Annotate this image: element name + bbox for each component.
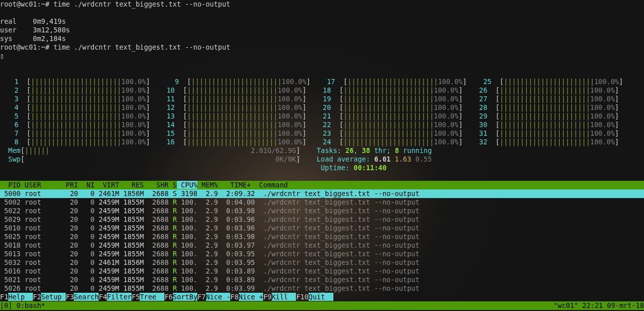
status-right: "wc01" 22:21 09-mrt-18 bbox=[553, 301, 644, 310]
process-row[interactable]: 5002 root 20 0 2459M 1855M 2688 R 100. 2… bbox=[0, 198, 644, 207]
process-row[interactable]: 5000 root 20 0 2461M 1856M 2688 S 3198 2… bbox=[0, 189, 644, 198]
time-real: real 0m9,419s bbox=[0, 17, 644, 26]
mem-tasks-line: Mem[|||||| 2.01G/62.9G] Tasks: 26, 38 th… bbox=[0, 146, 644, 155]
process-row[interactable]: 5013 root 20 0 2459M 1855M 2688 R 100. 2… bbox=[0, 250, 644, 258]
time-user: user 3m12,580s bbox=[0, 26, 644, 34]
status-bar[interactable]: [0] 0:bash* "wc01" 22:21 09-mrt-18 bbox=[0, 301, 644, 310]
process-row[interactable]: 5029 root 20 0 2459M 1855M 2688 R 100. 2… bbox=[0, 215, 644, 224]
status-left: [0] 0:bash* bbox=[0, 301, 45, 310]
time-sys: sys 0m2,184s bbox=[0, 34, 644, 43]
process-row[interactable]: 5022 root 20 0 2459M 1855M 2688 R 100. 2… bbox=[0, 207, 644, 215]
process-row[interactable]: 5010 root 20 0 2459M 1855M 2688 R 100. 2… bbox=[0, 224, 644, 232]
process-row[interactable]: 5032 root 20 0 2461M 1856M 2688 R 100. 2… bbox=[0, 258, 644, 267]
uptime-line: Uptime: 00:11:40 bbox=[0, 164, 644, 172]
swp-load-line: Swp[ 0K/0K] Load average: 6.01 1.63 0.55 bbox=[0, 155, 644, 164]
process-row[interactable]: 5025 root 20 0 2459M 1855M 2688 R 100. 2… bbox=[0, 232, 644, 241]
cursor[interactable]: ▯ bbox=[0, 52, 644, 60]
process-row[interactable]: 5018 root 20 0 2459M 1855M 2688 R 100. 2… bbox=[0, 241, 644, 250]
process-list[interactable]: 5000 root 20 0 2461M 1856M 2688 S 3198 2… bbox=[0, 189, 644, 293]
cpu-bars: 1 [||||||||||||||||||||||100.0%] 9 [||||… bbox=[0, 77, 644, 146]
shell-line: root@wc01:~# time ./wrdcntr text_biggest… bbox=[0, 0, 644, 9]
fkey-bar[interactable]: F1Help F2Setup F3SearchF4FilterF5Tree F6… bbox=[0, 293, 644, 301]
shell-line: root@wc01:~# time ./wrdcntr text_biggest… bbox=[0, 43, 644, 52]
process-header[interactable]: PID USER PRI NI VIRT RES SHR S CPU% MEM%… bbox=[0, 181, 644, 189]
process-row[interactable]: 5026 root 20 0 2459M 1855M 2688 R 100. 2… bbox=[0, 284, 644, 293]
process-row[interactable]: 5016 root 20 0 2459M 1855M 2688 R 100. 2… bbox=[0, 267, 644, 276]
process-row[interactable]: 5021 root 20 0 2459M 1855M 2688 R 100. 2… bbox=[0, 276, 644, 284]
